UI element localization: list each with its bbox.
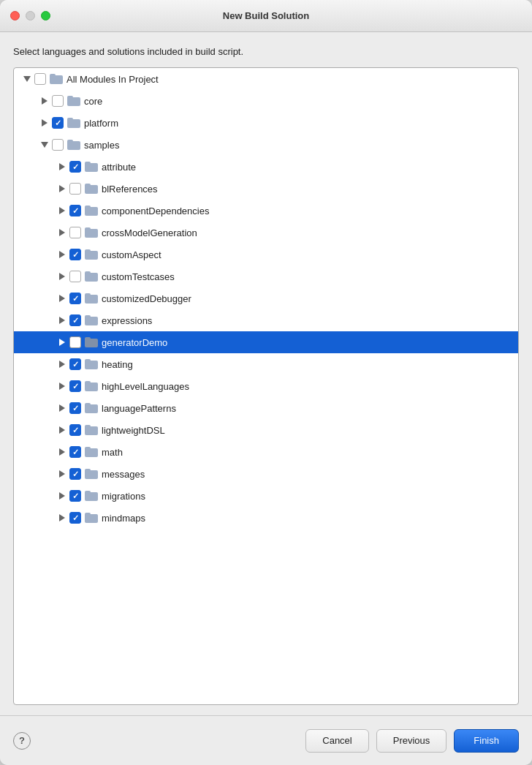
expander-attribute[interactable] [55, 159, 69, 174]
checkbox-languagePatterns[interactable] [69, 402, 81, 414]
list-item[interactable]: samples [14, 134, 518, 156]
checkbox-migrations[interactable] [69, 490, 81, 502]
check-icon [72, 448, 79, 457]
checkbox-samples[interactable] [52, 139, 64, 151]
list-item[interactable]: messages [14, 463, 518, 485]
checkbox-generatorDemo[interactable] [69, 336, 81, 348]
checkbox-highLevelLanguages[interactable] [69, 380, 81, 392]
root-expander[interactable] [20, 72, 34, 86]
expander-messages[interactable] [55, 467, 69, 481]
list-item[interactable]: highLevelLanguages [14, 375, 518, 397]
list-item[interactable]: mindmaps [14, 507, 518, 529]
folder-icon-math [85, 447, 98, 457]
checkbox-blReferences[interactable] [69, 183, 81, 195]
expander-highLevelLanguages[interactable] [55, 379, 69, 393]
help-button[interactable]: ? [13, 732, 31, 750]
list-item[interactable]: core [14, 90, 518, 112]
label-platform: platform [84, 118, 118, 129]
list-item[interactable]: crossModelGeneration [14, 222, 518, 244]
checkbox-messages[interactable] [69, 468, 81, 480]
check-icon [72, 294, 79, 304]
list-item[interactable]: platform [14, 112, 518, 134]
checkbox-platform[interactable] [52, 117, 64, 129]
tree-root[interactable]: All Modules In Project [14, 68, 518, 90]
folder-icon-componentDependencies [85, 206, 98, 216]
expander-expressions[interactable] [55, 313, 69, 328]
check-icon [72, 491, 79, 501]
checkbox-core[interactable] [52, 95, 64, 107]
expander-lightweightDSL[interactable] [55, 423, 69, 437]
label-expressions: expressions [102, 315, 152, 326]
label-migrations: migrations [102, 491, 145, 502]
checkbox-componentDependencies[interactable] [69, 205, 81, 216]
expander-math[interactable] [55, 445, 69, 459]
folder-icon-highLevelLanguages [85, 381, 98, 391]
expander-componentDependencies[interactable] [55, 203, 69, 218]
list-item[interactable]: generatorDemo [14, 331, 518, 353]
folder-icon-languagePatterns [85, 403, 98, 413]
root-checkbox[interactable] [34, 73, 46, 85]
checkbox-math[interactable] [69, 446, 81, 458]
check-icon [55, 118, 61, 128]
previous-button[interactable]: Previous [376, 729, 447, 753]
list-item[interactable]: attribute [14, 156, 518, 178]
folder-icon-core [67, 96, 80, 106]
expander-customTestcases[interactable] [55, 269, 69, 284]
checkbox-customTestcases[interactable] [69, 271, 81, 282]
folder-icon-samples [67, 140, 80, 150]
maximize-button[interactable] [41, 11, 50, 20]
checkbox-crossModelGeneration[interactable] [69, 227, 81, 238]
cancel-button[interactable]: Cancel [305, 729, 368, 753]
expander-heating[interactable] [55, 357, 69, 372]
expander-generatorDemo[interactable] [55, 335, 69, 350]
list-item[interactable]: customTestcases [14, 265, 518, 287]
expand-right-icon [59, 229, 65, 236]
expand-right-icon [59, 492, 65, 500]
folder-icon-crossModelGeneration [85, 227, 98, 238]
close-button[interactable] [10, 11, 20, 20]
expand-right-icon [59, 470, 65, 478]
expander-core[interactable] [37, 94, 52, 108]
expander-languagePatterns[interactable] [55, 401, 69, 415]
list-item[interactable]: customizedDebugger [14, 287, 518, 309]
expander-samples[interactable] [37, 137, 52, 152]
expander-platform[interactable] [37, 116, 52, 130]
root-label: All Modules In Project [66, 74, 159, 85]
check-icon [72, 426, 79, 435]
checkbox-customAspect[interactable] [69, 249, 81, 260]
finish-button[interactable]: Finish [454, 729, 519, 753]
checkbox-expressions[interactable] [69, 314, 81, 326]
expander-customizedDebugger[interactable] [55, 291, 69, 306]
list-item[interactable]: blReferences [14, 178, 518, 200]
list-item[interactable]: math [14, 441, 518, 463]
window: New Build Solution Select languages and … [0, 0, 532, 765]
expander-migrations[interactable] [55, 489, 69, 503]
list-item[interactable]: languagePatterns [14, 397, 518, 419]
expand-right-icon [59, 273, 65, 280]
list-item[interactable]: customAspect [14, 244, 518, 265]
checkbox-customizedDebugger[interactable] [69, 293, 81, 304]
expand-right-icon [59, 426, 65, 434]
list-item[interactable]: expressions [14, 309, 518, 331]
list-item[interactable]: heating [14, 353, 518, 375]
folder-icon-customTestcases [85, 271, 98, 282]
expander-crossModelGeneration[interactable] [55, 225, 69, 240]
checkbox-lightweightDSL[interactable] [69, 424, 81, 436]
checkbox-mindmaps[interactable] [69, 512, 81, 524]
list-item[interactable]: migrations [14, 485, 518, 507]
label-heating: heating [102, 359, 133, 370]
list-item[interactable]: lightweightDSL [14, 419, 518, 441]
expand-down-icon [23, 76, 31, 82]
checkbox-heating[interactable] [69, 358, 81, 370]
expander-customAspect[interactable] [55, 247, 69, 262]
check-icon [72, 382, 79, 391]
module-tree[interactable]: All Modules In Project core [13, 67, 519, 705]
expander-blReferences[interactable] [55, 181, 69, 196]
root-folder-icon [50, 74, 63, 84]
expand-down-icon [41, 142, 48, 148]
checkbox-attribute[interactable] [69, 161, 81, 173]
expander-mindmaps[interactable] [55, 510, 69, 525]
label-customTestcases: customTestcases [102, 271, 175, 282]
minimize-button[interactable] [26, 11, 35, 20]
list-item[interactable]: componentDependencies [14, 200, 518, 222]
